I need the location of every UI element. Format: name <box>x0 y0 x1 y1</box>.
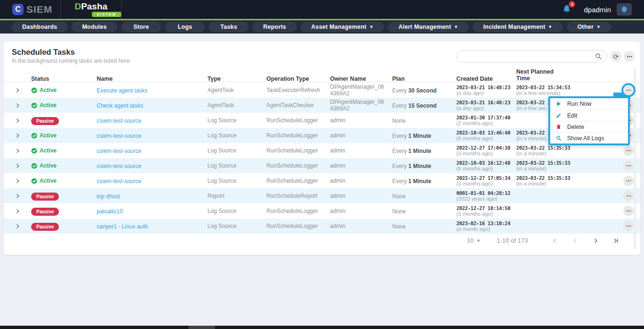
chevron-down-icon: ▼ <box>454 25 458 29</box>
task-name-link[interactable]: csiem-test-source <box>97 178 141 185</box>
check-icon <box>31 133 37 139</box>
table-row: Active Active Execute agent tasks AgentT… <box>4 83 640 98</box>
notifications-button[interactable]: 3 <box>562 4 571 15</box>
menu-item-edit[interactable]: Edit <box>550 110 628 121</box>
owner-name-cell: admin <box>330 132 392 139</box>
table-scrollbar[interactable] <box>634 68 636 249</box>
expand-row-button[interactable] <box>4 178 31 184</box>
search-input[interactable] <box>457 51 595 62</box>
col-type: Type <box>207 76 266 82</box>
table-more-button[interactable] <box>624 51 635 62</box>
table-row: Active Active csiem-test-source Log Sour… <box>4 158 640 173</box>
username-label[interactable]: dpadmin <box>584 6 611 14</box>
row-actions-button[interactable] <box>623 145 634 156</box>
status-cell: Passive Passive <box>31 116 97 125</box>
plan-cell: None <box>392 222 456 230</box>
nav-item-reports[interactable]: Reports <box>253 22 297 32</box>
operation-type-cell: RunScheduleLogger <box>266 162 330 169</box>
operation-type-cell: RunScheduleLogger <box>266 177 330 184</box>
chevron-right-icon <box>15 133 20 138</box>
page-size-select[interactable]: 10 ▼ <box>467 237 481 244</box>
check-icon <box>31 178 37 184</box>
menu-item-show-all-logs[interactable]: Show All Logs <box>550 132 628 143</box>
nav-item-logs[interactable]: Logs <box>165 22 205 32</box>
task-name-link[interactable]: Execute agent tasks <box>97 87 148 94</box>
task-name-link[interactable]: paloalto10 <box>97 208 123 215</box>
task-name-link[interactable]: Check agent tasks <box>97 102 143 109</box>
expand-row-button[interactable] <box>4 118 31 123</box>
task-name-link[interactable]: csiem-test-source <box>97 118 141 124</box>
expand-row-button[interactable] <box>4 209 31 214</box>
owner-name-cell: admin <box>330 147 392 154</box>
chevron-right-icon <box>15 194 20 199</box>
operation-type-cell: RunScheduleLogger <box>266 223 330 229</box>
pencil-icon <box>555 113 562 118</box>
last-page-button[interactable] <box>605 237 625 244</box>
user-shield-button[interactable] <box>617 3 632 16</box>
row-actions-button[interactable] <box>623 191 634 201</box>
nav-item-asset-management[interactable]: Asset Management ▼ <box>301 22 384 32</box>
type-cell: Log Source <box>207 147 266 154</box>
row-actions-button[interactable] <box>623 221 634 231</box>
expand-row-button[interactable] <box>4 88 31 93</box>
nav-item-incident-management[interactable]: Incident Management ▼ <box>473 22 563 32</box>
expand-row-button[interactable] <box>4 148 31 153</box>
prev-page-button[interactable] <box>566 237 586 244</box>
status-badge: Active <box>31 87 97 93</box>
status-cell: Passive Passive <box>31 192 97 201</box>
csiem-logo[interactable]: C SIEM <box>12 4 52 15</box>
nav-item-other[interactable]: Other ▼ <box>567 22 611 32</box>
col-created-date: Created Date <box>456 76 516 82</box>
chevron-right-icon <box>15 224 20 229</box>
expand-row-button[interactable] <box>4 163 31 169</box>
menu-item-run-now[interactable]: Run Now <box>550 98 628 110</box>
refresh-button[interactable]: ⟳ <box>611 51 621 62</box>
next-page-button[interactable] <box>586 237 605 244</box>
col-operation-type: Operation Type <box>266 76 330 82</box>
task-name-link[interactable]: csiem-test-source <box>97 148 141 154</box>
more-icon <box>626 89 631 91</box>
check-icon <box>31 102 37 109</box>
menu-item-delete[interactable]: Delete <box>550 121 628 132</box>
nav-item-store[interactable]: Store <box>121 22 161 32</box>
status-cell: Passive Passive <box>31 207 97 216</box>
check-icon <box>31 87 37 93</box>
status-cell: Active Active <box>31 177 97 184</box>
row-actions-button[interactable] <box>623 206 634 216</box>
col-next-planned-time: Next Planned Time <box>516 68 558 82</box>
next-planned-cell: 2023-03-22 15:35:33 (in a minute) <box>516 160 612 171</box>
operation-type-cell: RunScheduleReport <box>266 193 330 199</box>
plan-cell: Every 1 Minute <box>392 161 456 170</box>
row-actions-button[interactable] <box>623 176 634 186</box>
nav-item-alert-management[interactable]: Alert Management ▼ <box>388 22 469 32</box>
status-badge: Active <box>31 177 97 184</box>
expand-row-button[interactable] <box>4 224 31 229</box>
expand-row-button[interactable] <box>4 194 31 199</box>
dpasha-logo[interactable]: DPasha SISTEM <box>61 2 121 17</box>
nav-item-tasks[interactable]: Tasks <box>209 22 248 32</box>
expand-row-button[interactable] <box>4 133 31 138</box>
main-nav: Dashboards Modules Store Logs Tasks Repo… <box>0 20 644 34</box>
status-cell: Passive Passive <box>31 222 97 231</box>
plan-cell: None <box>392 116 456 125</box>
expand-row-button[interactable] <box>4 103 31 108</box>
search-icon[interactable] <box>595 53 602 60</box>
task-name-link[interactable]: sariyer1 - Linux auth <box>97 223 148 230</box>
row-actions-button[interactable] <box>623 160 634 171</box>
more-icon <box>626 195 631 197</box>
task-name-link[interactable]: csiem-test-source <box>97 133 141 139</box>
created-date-cell: 2022-12-27 17:05:34 (3 months ago) <box>456 175 516 186</box>
status-cell: Active Active <box>31 147 97 154</box>
dpasha-badge: SISTEM <box>92 12 121 17</box>
task-name-link[interactable]: top dhost <box>97 193 120 200</box>
first-page-button[interactable] <box>546 237 566 244</box>
row-actions-button[interactable] <box>623 85 634 95</box>
horizontal-scrollbar-thumb[interactable] <box>189 326 215 329</box>
horizontal-scrollbar[interactable] <box>0 326 644 329</box>
plan-cell: Every 1 Minute <box>392 131 456 140</box>
owner-name-cell: admin <box>330 208 392 214</box>
operation-type-cell: RunScheduleLogger <box>266 147 330 154</box>
task-name-link[interactable]: csiem-test-source <box>97 163 141 169</box>
nav-item-modules[interactable]: Modules <box>72 22 117 32</box>
nav-item-dashboards[interactable]: Dashboards <box>12 22 67 32</box>
